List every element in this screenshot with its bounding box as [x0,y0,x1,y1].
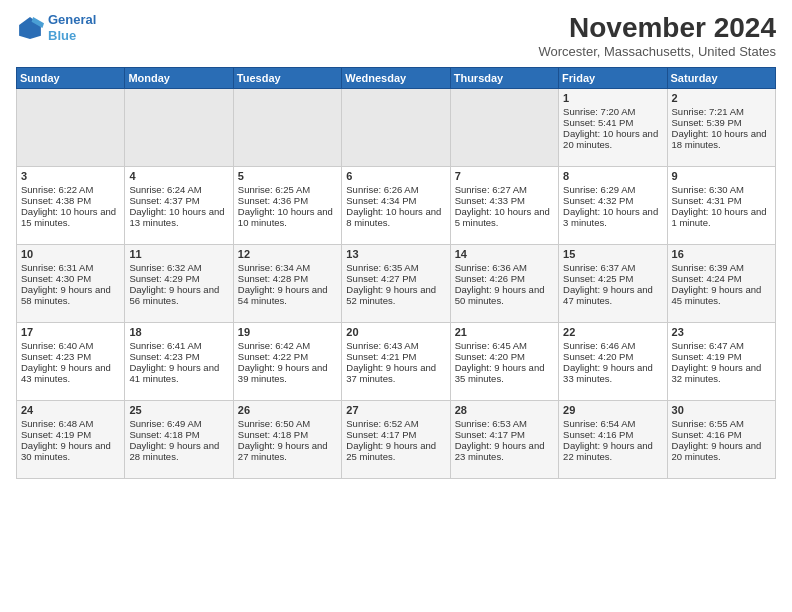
daylight-text: Daylight: 10 hours and 1 minute. [672,206,771,228]
col-wednesday: Wednesday [342,68,450,89]
daylight-text: Daylight: 9 hours and 20 minutes. [672,440,771,462]
page: General Blue November 2024 Worcester, Ma… [0,0,792,612]
sunrise-text: Sunrise: 6:22 AM [21,184,120,195]
daylight-text: Daylight: 10 hours and 20 minutes. [563,128,662,150]
daylight-text: Daylight: 10 hours and 15 minutes. [21,206,120,228]
table-cell: 20Sunrise: 6:43 AMSunset: 4:21 PMDayligh… [342,323,450,401]
sunrise-text: Sunrise: 6:46 AM [563,340,662,351]
table-cell: 22Sunrise: 6:46 AMSunset: 4:20 PMDayligh… [559,323,667,401]
sunrise-text: Sunrise: 6:48 AM [21,418,120,429]
day-number: 21 [455,326,554,338]
day-number: 6 [346,170,445,182]
sunrise-text: Sunrise: 6:54 AM [563,418,662,429]
day-number: 30 [672,404,771,416]
daylight-text: Daylight: 10 hours and 3 minutes. [563,206,662,228]
sunrise-text: Sunrise: 6:39 AM [672,262,771,273]
calendar-row: 17Sunrise: 6:40 AMSunset: 4:23 PMDayligh… [17,323,776,401]
table-cell: 26Sunrise: 6:50 AMSunset: 4:18 PMDayligh… [233,401,341,479]
table-cell: 5Sunrise: 6:25 AMSunset: 4:36 PMDaylight… [233,167,341,245]
daylight-text: Daylight: 9 hours and 35 minutes. [455,362,554,384]
sunset-text: Sunset: 4:18 PM [129,429,228,440]
sunset-text: Sunset: 4:20 PM [563,351,662,362]
daylight-text: Daylight: 9 hours and 32 minutes. [672,362,771,384]
col-tuesday: Tuesday [233,68,341,89]
table-cell: 17Sunrise: 6:40 AMSunset: 4:23 PMDayligh… [17,323,125,401]
table-cell: 16Sunrise: 6:39 AMSunset: 4:24 PMDayligh… [667,245,775,323]
location-title: Worcester, Massachusetts, United States [539,44,776,59]
sunrise-text: Sunrise: 6:36 AM [455,262,554,273]
table-cell: 12Sunrise: 6:34 AMSunset: 4:28 PMDayligh… [233,245,341,323]
col-friday: Friday [559,68,667,89]
day-number: 11 [129,248,228,260]
day-number: 24 [21,404,120,416]
sunset-text: Sunset: 4:26 PM [455,273,554,284]
table-cell [17,89,125,167]
daylight-text: Daylight: 9 hours and 39 minutes. [238,362,337,384]
daylight-text: Daylight: 9 hours and 37 minutes. [346,362,445,384]
day-number: 22 [563,326,662,338]
table-cell: 2Sunrise: 7:21 AMSunset: 5:39 PMDaylight… [667,89,775,167]
sunset-text: Sunset: 4:30 PM [21,273,120,284]
daylight-text: Daylight: 10 hours and 5 minutes. [455,206,554,228]
table-cell: 11Sunrise: 6:32 AMSunset: 4:29 PMDayligh… [125,245,233,323]
sunrise-text: Sunrise: 6:49 AM [129,418,228,429]
table-cell: 8Sunrise: 6:29 AMSunset: 4:32 PMDaylight… [559,167,667,245]
sunset-text: Sunset: 4:21 PM [346,351,445,362]
daylight-text: Daylight: 9 hours and 25 minutes. [346,440,445,462]
table-cell: 1Sunrise: 7:20 AMSunset: 5:41 PMDaylight… [559,89,667,167]
daylight-text: Daylight: 9 hours and 47 minutes. [563,284,662,306]
sunset-text: Sunset: 4:36 PM [238,195,337,206]
calendar-header-row: Sunday Monday Tuesday Wednesday Thursday… [17,68,776,89]
table-cell: 3Sunrise: 6:22 AMSunset: 4:38 PMDaylight… [17,167,125,245]
sunset-text: Sunset: 4:28 PM [238,273,337,284]
sunset-text: Sunset: 5:41 PM [563,117,662,128]
day-number: 13 [346,248,445,260]
day-number: 28 [455,404,554,416]
daylight-text: Daylight: 9 hours and 52 minutes. [346,284,445,306]
daylight-text: Daylight: 9 hours and 28 minutes. [129,440,228,462]
day-number: 20 [346,326,445,338]
day-number: 7 [455,170,554,182]
col-saturday: Saturday [667,68,775,89]
sunrise-text: Sunrise: 6:40 AM [21,340,120,351]
sunrise-text: Sunrise: 6:42 AM [238,340,337,351]
day-number: 8 [563,170,662,182]
day-number: 2 [672,92,771,104]
daylight-text: Daylight: 9 hours and 43 minutes. [21,362,120,384]
table-cell [125,89,233,167]
sunset-text: Sunset: 4:19 PM [21,429,120,440]
sunset-text: Sunset: 4:18 PM [238,429,337,440]
sunset-text: Sunset: 4:33 PM [455,195,554,206]
day-number: 17 [21,326,120,338]
sunset-text: Sunset: 4:16 PM [563,429,662,440]
sunrise-text: Sunrise: 6:37 AM [563,262,662,273]
sunrise-text: Sunrise: 6:29 AM [563,184,662,195]
day-number: 9 [672,170,771,182]
daylight-text: Daylight: 9 hours and 30 minutes. [21,440,120,462]
daylight-text: Daylight: 10 hours and 13 minutes. [129,206,228,228]
daylight-text: Daylight: 10 hours and 10 minutes. [238,206,337,228]
table-cell: 21Sunrise: 6:45 AMSunset: 4:20 PMDayligh… [450,323,558,401]
title-block: November 2024 Worcester, Massachusetts, … [539,12,776,59]
sunrise-text: Sunrise: 6:32 AM [129,262,228,273]
sunrise-text: Sunrise: 6:26 AM [346,184,445,195]
daylight-text: Daylight: 9 hours and 54 minutes. [238,284,337,306]
calendar-table: Sunday Monday Tuesday Wednesday Thursday… [16,67,776,479]
day-number: 25 [129,404,228,416]
daylight-text: Daylight: 9 hours and 58 minutes. [21,284,120,306]
table-cell: 30Sunrise: 6:55 AMSunset: 4:16 PMDayligh… [667,401,775,479]
sunset-text: Sunset: 4:20 PM [455,351,554,362]
sunrise-text: Sunrise: 6:53 AM [455,418,554,429]
calendar-row: 3Sunrise: 6:22 AMSunset: 4:38 PMDaylight… [17,167,776,245]
logo: General Blue [16,12,96,43]
sunset-text: Sunset: 4:29 PM [129,273,228,284]
col-thursday: Thursday [450,68,558,89]
header: General Blue November 2024 Worcester, Ma… [16,12,776,59]
daylight-text: Daylight: 9 hours and 22 minutes. [563,440,662,462]
day-number: 10 [21,248,120,260]
sunset-text: Sunset: 4:17 PM [455,429,554,440]
calendar-row: 10Sunrise: 6:31 AMSunset: 4:30 PMDayligh… [17,245,776,323]
calendar-row: 1Sunrise: 7:20 AMSunset: 5:41 PMDaylight… [17,89,776,167]
daylight-text: Daylight: 9 hours and 27 minutes. [238,440,337,462]
sunrise-text: Sunrise: 6:35 AM [346,262,445,273]
